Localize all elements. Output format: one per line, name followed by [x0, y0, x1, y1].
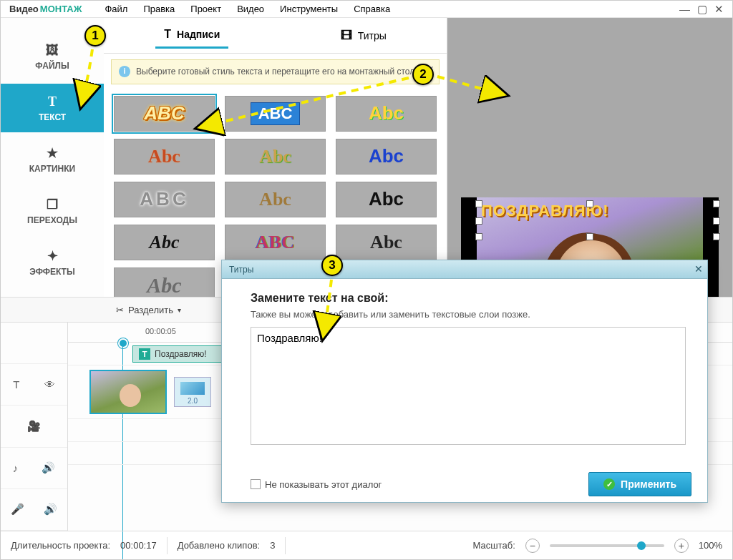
transition-clip[interactable]: 2.0: [174, 377, 211, 407]
text-panel-tabs: T Надписи 🎞 Титры: [104, 18, 447, 54]
text-style-s9[interactable]: Abc: [336, 182, 437, 217]
menu-project[interactable]: Проект: [183, 2, 228, 16]
status-bar: Длительность проекта: 00:00:17 Добавлено…: [1, 531, 732, 559]
transition-duration: 2.0: [188, 397, 198, 405]
annotation-marker-2: 2: [412, 64, 434, 85]
text-style-s2[interactable]: ABC: [225, 96, 326, 132]
text-style-s11[interactable]: ABC: [225, 225, 326, 260]
style-sample-text: ABC: [140, 188, 188, 210]
text-style-s12[interactable]: Abc: [336, 225, 437, 260]
sidebar-pictures-label: КАРТИНКИ: [29, 164, 75, 174]
track-header-video[interactable]: 🎥: [1, 406, 67, 447]
track-header-mic[interactable]: 🎤🔊: [1, 489, 67, 531]
split-label: Разделить: [128, 305, 173, 315]
zoom-label: Масштаб:: [473, 540, 515, 551]
window-maximize-button[interactable]: ▢: [697, 3, 707, 16]
sidebar-item-text[interactable]: T ТЕКСТ: [1, 84, 104, 132]
text-clip[interactable]: T Поздравляю!: [132, 345, 233, 363]
apply-button[interactable]: ✓ Применить: [588, 472, 691, 496]
text-style-s6[interactable]: Abc: [336, 139, 437, 175]
dialog-close-button[interactable]: ✕: [694, 263, 703, 275]
zoom-thumb[interactable]: [637, 541, 646, 550]
resize-handle[interactable]: [586, 233, 593, 240]
star-icon: ★: [47, 145, 58, 161]
dont-show-again-checkbox[interactable]: Не показывать этот диалог: [251, 479, 382, 490]
style-sample-text: Abc: [259, 189, 291, 210]
track-header-text[interactable]: T👁: [1, 364, 67, 406]
style-sample-text: ABC: [144, 102, 184, 124]
transition-icon: ❐: [47, 197, 58, 212]
text-style-s1[interactable]: ABC: [114, 96, 215, 132]
resize-handle[interactable]: [475, 217, 482, 225]
tab-titles-label: Титры: [358, 30, 387, 41]
mic-track-icon: 🎤: [11, 503, 24, 516]
resize-handle[interactable]: [475, 233, 482, 240]
sidebar-transitions-label: ПЕРЕХОДЫ: [27, 215, 77, 225]
timeline-track-headers: T👁 🎥 ♪🔊 🎤🔊: [1, 323, 68, 531]
zoom-in-button[interactable]: +: [674, 539, 689, 553]
annotation-marker-3: 3: [321, 255, 343, 276]
style-sample-text: Abc: [370, 232, 402, 253]
tab-titles[interactable]: 🎞 Титры: [332, 24, 395, 48]
info-banner-text: Выберите готовый стиль текста и перетащи…: [136, 66, 417, 78]
tab-captions[interactable]: T Надписи: [155, 22, 228, 49]
sidebar-item-pictures[interactable]: ★ КАРТИНКИ: [1, 135, 104, 184]
style-sample-text: Abc: [369, 188, 404, 210]
resize-handle[interactable]: [586, 200, 593, 207]
sidebar-item-effects[interactable]: ✦ ЭФФЕКТЫ: [1, 238, 104, 287]
style-sample-text: Abc: [150, 232, 180, 253]
style-sample-text: Abc: [369, 102, 404, 124]
text-style-s8[interactable]: Abc: [225, 182, 326, 217]
style-sample-text: ABC: [251, 102, 301, 125]
speaker-icon[interactable]: 🔊: [42, 461, 55, 474]
dialog-titlebar[interactable]: Титры ✕: [222, 260, 707, 279]
text-style-s3[interactable]: Abc: [336, 96, 437, 132]
menu-edit[interactable]: Правка: [136, 2, 182, 16]
logo-text-pre: Видео: [9, 4, 39, 14]
status-clips-label: Добавлено клипов:: [178, 540, 260, 551]
window-close-button[interactable]: ✕: [714, 3, 724, 16]
tab-captions-label: Надписи: [177, 29, 220, 40]
chevron-down-icon: ▾: [178, 306, 181, 314]
dont-show-label: Не показывать этот диалог: [265, 479, 382, 490]
dialog-textarea[interactable]: [251, 327, 686, 445]
menu-file[interactable]: Файл: [97, 2, 135, 16]
text-style-s10[interactable]: Abc: [114, 225, 215, 260]
zoom-out-button[interactable]: −: [525, 539, 540, 553]
video-track-icon: 🎥: [27, 420, 41, 433]
text-clip-icon: T: [139, 348, 150, 360]
eye-icon[interactable]: 👁: [44, 378, 55, 390]
style-sample-text: Abc: [148, 146, 180, 167]
preview-text-overlay[interactable]: ПОЗДРАВЛЯЮ!: [481, 202, 712, 220]
window-minimize-button[interactable]: —: [679, 3, 690, 16]
dialog-heading: Замените текст на свой:: [251, 292, 686, 305]
split-button[interactable]: ✂ Разделить ▾: [108, 301, 189, 319]
text-style-s7[interactable]: ABC: [114, 182, 215, 217]
checkbox-box[interactable]: [251, 479, 261, 489]
style-sample-text: Abc: [147, 273, 181, 298]
info-icon: i: [119, 66, 130, 77]
dialog-title-text: Титры: [229, 265, 253, 275]
track-header-music[interactable]: ♪🔊: [1, 448, 67, 489]
style-sample-text: Abc: [259, 146, 291, 167]
resize-handle[interactable]: [475, 200, 482, 207]
menu-help[interactable]: Справка: [346, 2, 397, 16]
text-style-s5[interactable]: Abc: [225, 139, 326, 175]
image-icon: 🖼: [46, 43, 59, 58]
menu-video[interactable]: Видео: [230, 2, 271, 16]
text-style-s4[interactable]: Abc: [114, 139, 215, 175]
dialog-hint: Также вы можете добавить или заменить те…: [251, 309, 686, 320]
resize-handle[interactable]: [713, 217, 720, 225]
speaker-icon[interactable]: 🔊: [44, 503, 57, 516]
style-sample-text: ABC: [256, 232, 295, 253]
sidebar-effects-label: ЭФФЕКТЫ: [29, 267, 74, 277]
text-icon: T: [48, 94, 57, 109]
resize-handle[interactable]: [713, 200, 720, 207]
sidebar-item-transitions[interactable]: ❐ ПЕРЕХОДЫ: [1, 187, 104, 235]
resize-handle[interactable]: [713, 233, 720, 240]
wand-icon: ✦: [47, 248, 58, 264]
menu-tools[interactable]: Инструменты: [273, 2, 345, 16]
titles-dialog: Титры ✕ Замените текст на свой: Также вы…: [221, 260, 708, 503]
zoom-slider[interactable]: [550, 544, 664, 547]
video-clip[interactable]: [89, 370, 167, 414]
